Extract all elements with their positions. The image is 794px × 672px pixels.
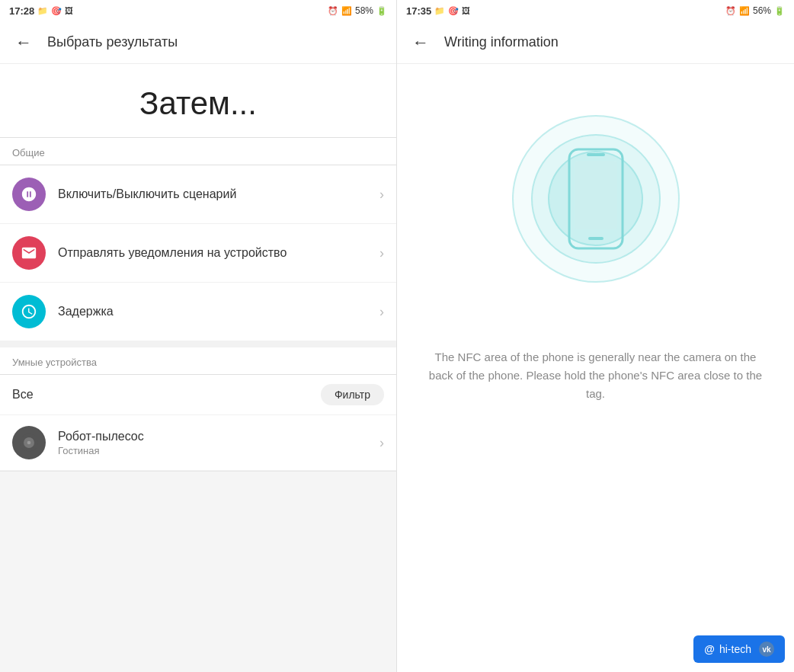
toggle-scenario-item[interactable]: Включить/Выключить сценарий ›	[0, 165, 396, 224]
phone-svg	[565, 146, 626, 252]
send-notification-item[interactable]: Отправлять уведомления на устройство ›	[0, 224, 396, 283]
left-top-nav: ← Выбрать результаты	[0, 21, 396, 64]
delay-icon	[12, 295, 46, 328]
svg-rect-6	[587, 153, 605, 156]
delay-chevron: ›	[379, 304, 384, 320]
section-separator	[0, 341, 396, 347]
smart-devices-section: Умные устройства Все Фильтр Робот-пылесо…	[0, 347, 396, 471]
right-alarm-icon: ⏰	[725, 6, 736, 16]
right-image-icon: 🖼	[462, 6, 470, 15]
svg-rect-4	[575, 161, 617, 229]
watermark: @ hi-tech vk	[693, 635, 785, 663]
left-battery-icon: 🔋	[376, 6, 387, 16]
robot-vacuum-name: Робот-пылесос	[58, 430, 373, 443]
nfc-description: The NFC area of the phone is generally n…	[397, 333, 794, 434]
right-target-icon: 🎯	[448, 6, 459, 16]
left-wifi-icon: 📶	[341, 6, 352, 16]
toggle-scenario-chevron: ›	[379, 187, 384, 203]
right-wrapper: 17:35 📁 🎯 🖼 ⏰ 📶 56% 🔋 ← Writing informat…	[397, 0, 794, 672]
right-status-bar-right: ⏰ 📶 56% 🔋	[725, 5, 785, 16]
robot-vacuum-chevron: ›	[379, 435, 384, 451]
left-status-bar: 17:28 📁 🎯 🖼 ⏰ 📶 58% 🔋	[0, 0, 396, 21]
svg-point-2	[27, 441, 31, 445]
delay-item[interactable]: Задержка ›	[0, 283, 396, 341]
right-status-bar: 17:35 📁 🎯 🖼 ⏰ 📶 56% 🔋	[397, 0, 794, 21]
watermark-at-symbol: @	[704, 643, 715, 655]
delay-text: Задержка	[58, 304, 373, 320]
left-time: 17:28	[9, 5, 34, 17]
right-back-button[interactable]: ←	[409, 30, 432, 56]
watermark-vk-icon: vk	[759, 642, 774, 657]
right-top-nav: ← Writing information	[397, 21, 794, 64]
left-bottom-empty	[0, 471, 396, 672]
toggle-scenario-icon	[12, 178, 46, 211]
svg-rect-5	[588, 237, 604, 240]
filter-row: Все Фильтр	[0, 375, 396, 415]
robot-vacuum-info: Робот-пылесос Гостиная	[58, 430, 373, 456]
right-nav-title: Writing information	[444, 34, 559, 50]
right-wifi-icon: 📶	[739, 6, 750, 16]
left-folder-icon: 📁	[37, 6, 48, 16]
robot-vacuum-item[interactable]: Робот-пылесос Гостиная ›	[0, 415, 396, 471]
left-status-bar-right: ⏰ 📶 58% 🔋	[328, 5, 387, 16]
right-time: 17:35	[406, 5, 431, 17]
general-section-label: Общие	[0, 138, 396, 165]
left-status-bar-left: 17:28 📁 🎯 🖼	[9, 5, 73, 17]
right-status-bar-left: 17:35 📁 🎯 🖼	[406, 5, 470, 17]
left-target-icon: 🎯	[51, 6, 62, 16]
left-image-icon: 🖼	[65, 6, 73, 15]
send-notification-text: Отправлять уведомления на устройство	[58, 245, 373, 261]
robot-vacuum-room: Гостиная	[58, 445, 373, 456]
robot-vacuum-avatar	[12, 426, 46, 459]
left-back-button[interactable]: ←	[12, 30, 35, 56]
phone-nfc-container	[512, 92, 680, 306]
left-alarm-icon: ⏰	[328, 6, 338, 16]
nfc-illustration	[397, 64, 794, 333]
left-nav-title: Выбрать результаты	[47, 34, 178, 50]
filter-all-label: Все	[12, 388, 34, 402]
right-battery: 56%	[753, 5, 771, 16]
smart-devices-label: Умные устройства	[0, 347, 396, 374]
right-battery-icon: 🔋	[774, 6, 785, 16]
right-folder-icon: 📁	[434, 6, 445, 16]
left-battery: 58%	[355, 5, 373, 16]
watermark-text: hi-tech	[719, 643, 751, 655]
left-panel: 17:28 📁 🎯 🖼 ⏰ 📶 58% 🔋 ← Выбрать результа…	[0, 0, 397, 672]
send-notification-chevron: ›	[379, 245, 384, 261]
page-heading: Затем...	[0, 64, 396, 137]
toggle-scenario-text: Включить/Выключить сценарий	[58, 187, 373, 203]
send-notification-icon	[12, 236, 46, 270]
filter-button[interactable]: Фильтр	[321, 384, 384, 405]
right-panel: 17:35 📁 🎯 🖼 ⏰ 📶 56% 🔋 ← Writing informat…	[397, 0, 794, 672]
